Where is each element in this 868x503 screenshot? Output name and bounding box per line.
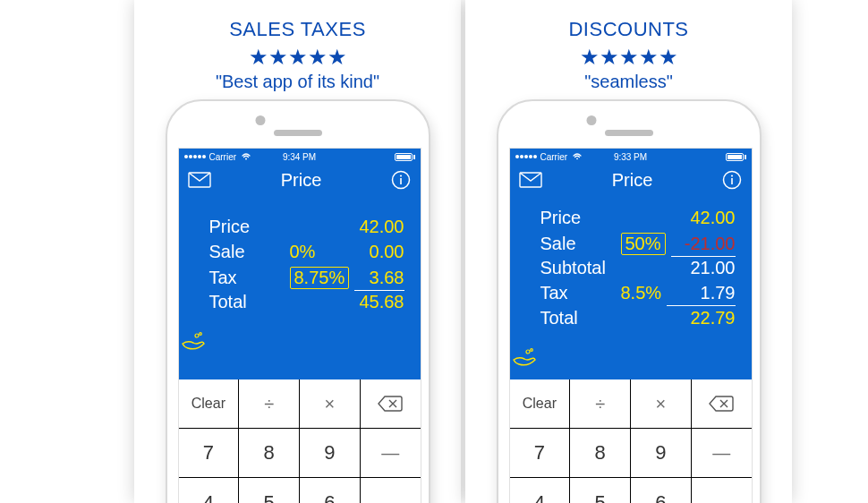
status-time: 9:34 PM — [179, 152, 421, 162]
key-backspace[interactable] — [361, 379, 421, 429]
value-sale: 0.00 — [320, 242, 404, 262]
pct-tax[interactable]: 8.75% — [290, 267, 350, 289]
key-7[interactable]: 7 — [510, 429, 571, 478]
value-total: 22.79 — [621, 308, 736, 328]
tip-hand-icon[interactable] — [179, 324, 421, 360]
key-clear[interactable]: Clear — [179, 379, 240, 429]
mail-icon[interactable] — [188, 172, 211, 188]
nav-title: Price — [612, 170, 653, 191]
key-8[interactable]: 8 — [239, 429, 300, 478]
svg-rect-4 — [401, 178, 403, 184]
promo-quote: "Best app of its kind" — [134, 72, 461, 92]
key-5[interactable]: 5 — [570, 478, 631, 503]
row-sale: Sale 0% 0.00 — [209, 242, 404, 267]
app-header-area: Carrier 9:33 PM Price — [510, 149, 752, 379]
key-8[interactable]: 8 — [570, 429, 631, 478]
phone-speaker-slot — [605, 130, 653, 136]
key-multiply[interactable]: × — [300, 379, 361, 429]
key-backspace[interactable] — [692, 379, 752, 429]
phone-device: Carrier 9:34 PM Price — [166, 99, 430, 503]
key-6[interactable]: 6 — [631, 478, 692, 503]
svg-point-12 — [526, 350, 530, 354]
promo-headline: SALES TAXES — [134, 18, 461, 41]
svg-point-10 — [731, 175, 733, 176]
label-total: Total — [540, 308, 621, 328]
backspace-icon — [709, 396, 734, 412]
row-subtotal: Subtotal 21.00 — [540, 258, 736, 283]
label-subtotal: Subtotal — [540, 258, 621, 278]
promo-quote: "seamless" — [465, 72, 792, 92]
svg-point-3 — [400, 175, 402, 176]
label-sale: Sale — [209, 242, 290, 262]
row-total: Total 45.68 — [209, 292, 404, 317]
battery-icon — [395, 153, 415, 161]
key-blank[interactable] — [692, 478, 752, 503]
key-6[interactable]: 6 — [300, 478, 361, 503]
row-total: Total 22.79 — [540, 308, 736, 333]
value-total: 45.68 — [290, 292, 404, 312]
rating-stars: ★★★★★ — [134, 47, 461, 68]
value-tax: 3.68 — [354, 268, 404, 291]
row-tax: Tax 8.75% 3.68 — [209, 267, 404, 292]
value-tax: 1.79 — [667, 283, 735, 306]
promo-block: DISCOUNTS ★★★★★ "seamless" — [465, 0, 792, 92]
phone-camera-dot — [255, 115, 265, 125]
phone-speaker-slot — [274, 130, 322, 136]
label-tax: Tax — [540, 283, 621, 303]
calculation-block: Price 42.00 Sale 50% -21.00 Subtotal 21.… — [510, 195, 752, 340]
pct-sale[interactable]: 50% — [621, 233, 666, 255]
key-divide[interactable]: ÷ — [570, 379, 631, 429]
status-bar: Carrier 9:34 PM — [179, 149, 421, 165]
battery-icon — [726, 153, 746, 161]
status-bar: Carrier 9:33 PM — [510, 149, 752, 165]
row-sale: Sale 50% -21.00 — [540, 233, 736, 258]
keypad: Clear ÷ × 7 8 9 — 4 — [510, 379, 752, 503]
nav-bar: Price — [179, 165, 421, 195]
label-price: Price — [540, 208, 621, 228]
key-9[interactable]: 9 — [631, 429, 692, 478]
value-price[interactable]: 42.00 — [621, 208, 736, 228]
screenshot-panel-taxes: SALES TAXES ★★★★★ "Best app of its kind"… — [134, 0, 461, 503]
calculation-block: Price 42.00 Sale 0% 0.00 Tax 8.75% 3.68 — [179, 195, 421, 324]
label-price: Price — [209, 217, 290, 237]
key-5[interactable]: 5 — [239, 478, 300, 503]
info-icon[interactable] — [391, 170, 411, 190]
phone-device: Carrier 9:33 PM Price — [497, 99, 762, 503]
label-total: Total — [209, 292, 290, 312]
row-price: Price 42.00 — [540, 208, 736, 233]
promo-headline: DISCOUNTS — [465, 18, 792, 41]
phone-screen: Carrier 9:34 PM Price — [178, 148, 421, 503]
phone-camera-dot — [586, 115, 596, 125]
tip-hand-icon[interactable] — [510, 340, 752, 376]
phone-screen: Carrier 9:33 PM Price — [509, 148, 753, 503]
rating-stars: ★★★★★ — [465, 47, 792, 68]
key-multiply[interactable]: × — [631, 379, 692, 429]
label-sale: Sale — [540, 234, 621, 254]
status-time: 9:33 PM — [510, 152, 752, 162]
key-clear[interactable]: Clear — [510, 379, 571, 429]
key-minus[interactable]: — — [692, 429, 752, 478]
value-price[interactable]: 42.00 — [290, 217, 404, 237]
app-header-area: Carrier 9:34 PM Price — [179, 149, 421, 379]
info-icon[interactable] — [722, 170, 742, 190]
svg-point-13 — [530, 349, 532, 352]
key-divide[interactable]: ÷ — [239, 379, 300, 429]
nav-bar: Price — [510, 165, 752, 195]
key-blank[interactable] — [361, 478, 421, 503]
nav-title: Price — [281, 170, 322, 191]
key-9[interactable]: 9 — [300, 429, 361, 478]
key-minus[interactable]: — — [361, 429, 421, 478]
mail-icon[interactable] — [519, 172, 542, 188]
screenshot-panel-discounts: DISCOUNTS ★★★★★ "seamless" Carrier — [465, 0, 792, 503]
svg-point-6 — [199, 333, 201, 336]
keypad: Clear ÷ × 7 8 9 — 4 — [179, 379, 421, 503]
value-sale: -21.00 — [671, 234, 736, 257]
key-4[interactable]: 4 — [510, 478, 571, 503]
value-subtotal: 21.00 — [621, 258, 736, 278]
key-4[interactable]: 4 — [179, 478, 240, 503]
row-price: Price 42.00 — [209, 217, 404, 242]
pct-tax[interactable]: 8.5% — [621, 283, 662, 303]
key-7[interactable]: 7 — [179, 429, 240, 478]
svg-rect-11 — [732, 178, 734, 184]
pct-sale[interactable]: 0% — [290, 242, 316, 262]
